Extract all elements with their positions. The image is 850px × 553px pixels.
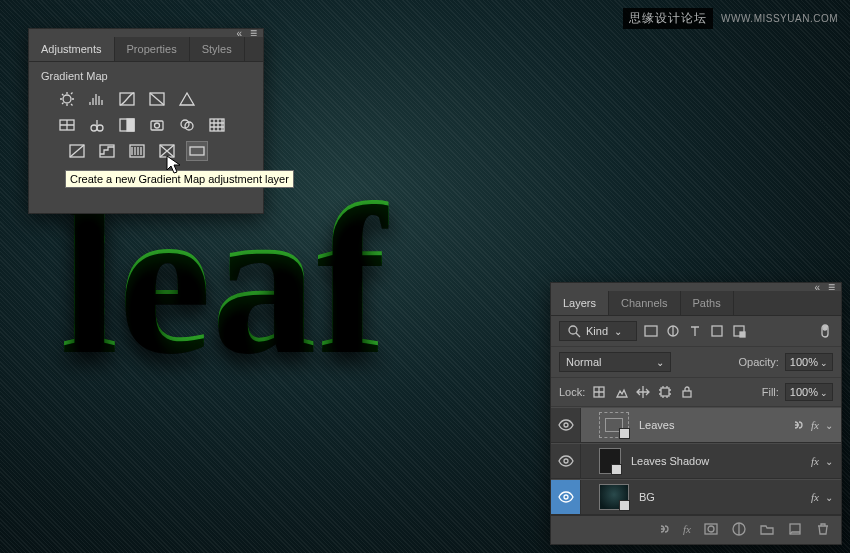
layer-list: Leaves fx Leaves Shadow fx BG fx: [551, 407, 841, 515]
svg-rect-28: [683, 391, 691, 397]
svg-rect-19: [645, 326, 657, 336]
filter-shape-icon[interactable]: [709, 323, 725, 339]
lock-image-icon[interactable]: [613, 384, 629, 400]
svg-point-9: [155, 123, 160, 128]
lock-transparent-icon[interactable]: [591, 384, 607, 400]
curves-icon[interactable]: [117, 90, 137, 108]
blend-mode-label: Normal: [566, 356, 601, 368]
channel-mixer-icon[interactable]: [177, 116, 197, 134]
svg-point-18: [569, 326, 577, 334]
fx-label[interactable]: fx: [811, 455, 819, 467]
layer-name[interactable]: Leaves: [635, 419, 789, 431]
lock-artboard-icon[interactable]: [657, 384, 673, 400]
link-layers-icon[interactable]: [655, 521, 671, 537]
svg-rect-23: [740, 332, 745, 337]
hue-saturation-icon[interactable]: [57, 116, 77, 134]
panel-drag-handle[interactable]: [29, 29, 263, 37]
new-group-icon[interactable]: [759, 521, 775, 537]
fx-label[interactable]: fx: [811, 419, 819, 431]
blend-mode-select[interactable]: Normal: [559, 352, 671, 372]
new-adjustment-icon[interactable]: [731, 521, 747, 537]
collapse-icon[interactable]: [814, 281, 820, 293]
layers-panel: Layers Channels Paths Kind Normal Opacit…: [550, 282, 842, 545]
tab-layers[interactable]: Layers: [551, 291, 609, 315]
svg-point-30: [564, 459, 568, 463]
lock-position-icon[interactable]: [635, 384, 651, 400]
tab-styles[interactable]: Styles: [190, 37, 245, 61]
filter-type-icon[interactable]: [687, 323, 703, 339]
layer-name[interactable]: Leaves Shadow: [627, 455, 811, 467]
filter-pixel-icon[interactable]: [643, 323, 659, 339]
add-style-icon[interactable]: fx: [683, 523, 691, 535]
tab-channels[interactable]: Channels: [609, 291, 680, 315]
panel-menu-icon[interactable]: [250, 26, 257, 40]
fill-value: 100%: [790, 386, 818, 398]
adjustments-label: Gradient Map: [41, 70, 251, 82]
posterize-icon[interactable]: [97, 142, 117, 160]
search-icon: [566, 323, 582, 339]
opacity-value: 100%: [790, 356, 818, 368]
visibility-toggle[interactable]: [551, 444, 581, 478]
lock-label: Lock:: [559, 386, 585, 398]
expand-fx-icon[interactable]: [825, 491, 833, 503]
panel-drag-handle[interactable]: [551, 283, 841, 291]
tab-properties[interactable]: Properties: [115, 37, 190, 61]
svg-point-25: [823, 326, 827, 330]
filter-smart-icon[interactable]: [731, 323, 747, 339]
layer-thumbnail[interactable]: [599, 412, 629, 438]
layer-thumbnail[interactable]: [599, 484, 629, 510]
photo-filter-icon[interactable]: [147, 116, 167, 134]
adjustments-tabs: Adjustments Properties Styles: [29, 37, 263, 62]
filter-toggle-icon[interactable]: [817, 323, 833, 339]
filter-adjustment-icon[interactable]: [665, 323, 681, 339]
link-icon: [789, 417, 805, 433]
lock-all-icon[interactable]: [679, 384, 695, 400]
layer-row[interactable]: Leaves Shadow fx: [551, 443, 841, 479]
svg-point-31: [564, 495, 568, 499]
layer-row[interactable]: BG fx: [551, 479, 841, 515]
svg-point-33: [708, 526, 714, 532]
fx-label[interactable]: fx: [811, 491, 819, 503]
svg-point-5: [97, 125, 103, 131]
svg-rect-7: [127, 119, 134, 131]
watermark: 思缘设计论坛 WWW.MISSYUAN.COM: [623, 8, 838, 29]
panel-menu-icon[interactable]: [828, 280, 835, 294]
levels-icon[interactable]: [87, 90, 107, 108]
expand-fx-icon[interactable]: [825, 455, 833, 467]
visibility-toggle[interactable]: [551, 408, 581, 442]
tab-adjustments[interactable]: Adjustments: [29, 37, 115, 61]
delete-layer-icon[interactable]: [815, 521, 831, 537]
watermark-badge: 思缘设计论坛: [623, 8, 713, 29]
selective-color-icon[interactable]: [157, 142, 177, 160]
black-white-icon[interactable]: [117, 116, 137, 134]
expand-fx-icon[interactable]: [825, 419, 833, 431]
watermark-url: WWW.MISSYUAN.COM: [721, 13, 838, 24]
layer-row[interactable]: Leaves fx: [551, 407, 841, 443]
svg-rect-21: [712, 326, 722, 336]
svg-point-0: [63, 95, 71, 103]
color-lookup-icon[interactable]: [207, 116, 227, 134]
brightness-contrast-icon[interactable]: [57, 90, 77, 108]
opacity-input[interactable]: 100%: [785, 353, 833, 371]
layers-footer: fx: [551, 515, 841, 541]
tab-paths[interactable]: Paths: [681, 291, 734, 315]
tooltip: Create a new Gradient Map adjustment lay…: [65, 170, 294, 188]
layer-filter-select[interactable]: Kind: [559, 321, 637, 341]
visibility-toggle[interactable]: [551, 480, 581, 514]
layers-tabs: Layers Channels Paths: [551, 291, 841, 316]
svg-point-4: [91, 125, 97, 131]
layer-name[interactable]: BG: [635, 491, 811, 503]
exposure-icon[interactable]: [147, 90, 167, 108]
add-mask-icon[interactable]: [703, 521, 719, 537]
fill-input[interactable]: 100%: [785, 383, 833, 401]
invert-icon[interactable]: [67, 142, 87, 160]
layer-thumbnail[interactable]: [599, 448, 621, 474]
svg-rect-27: [661, 388, 669, 396]
layer-filter-label: Kind: [586, 325, 608, 337]
vibrance-icon[interactable]: [177, 90, 197, 108]
new-layer-icon[interactable]: [787, 521, 803, 537]
gradient-map-icon[interactable]: [187, 142, 207, 160]
color-balance-icon[interactable]: [87, 116, 107, 134]
threshold-icon[interactable]: [127, 142, 147, 160]
opacity-label: Opacity:: [739, 356, 779, 368]
